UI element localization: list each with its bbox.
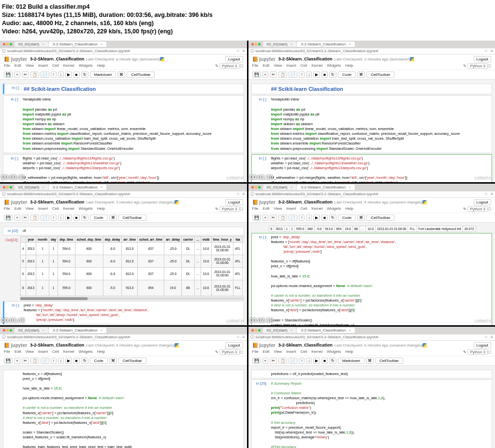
frame-5: 03_02(start)× 3-2-Sklearn_Classification… — [0, 327, 247, 448]
move-up-button[interactable]: ↑ — [51, 72, 57, 78]
frame-6: 03_02(start)× 3-2-Sklearn_Classification… — [248, 327, 495, 448]
run-button[interactable]: ▶ — [65, 72, 72, 78]
stop-button[interactable]: ■ — [73, 72, 80, 78]
code-cell-report[interactable]: In [25]:# Summary Report # Confusion Mat… — [251, 379, 493, 448]
restart-button[interactable]: ↻ — [81, 72, 88, 78]
logout-button[interactable]: Logout — [225, 56, 243, 62]
linkedin-watermark: Linked in — [226, 175, 244, 180]
code-cell-predict[interactable]: predictions = clf_lr.predict(scaled_feat… — [251, 370, 493, 378]
timestamp: 00:00:40 — [1, 174, 25, 181]
video-line: Video: h264, yuv420p, 1280x720, 229 kb/s… — [2, 28, 493, 36]
size-line: Size: 11688174 bytes (11,15 MiB), durati… — [2, 11, 493, 19]
command-palette-button[interactable]: ⌘ — [117, 72, 125, 78]
menu-bar[interactable]: FileEditViewInsertCellKernelWidgetsHelp … — [0, 62, 247, 70]
jupyter-logo: 📙 jupyter — [4, 57, 27, 62]
file-line: File: 012 Build a classifier.mp4 — [2, 3, 493, 11]
save-button[interactable]: 💾 — [4, 72, 13, 78]
code-cell-imports[interactable]: In [ ]:%matplotlib inline import pandas … — [3, 95, 244, 153]
code-cell-read[interactable]: In [ ]:flights = pd.read_csv('../../data… — [251, 154, 493, 182]
horizontal-scrollbar[interactable] — [20, 297, 244, 300]
frame-4: 03_02(start)× 3-2-Sklearn_Classification… — [248, 184, 495, 325]
markdown-cell[interactable]: In [ ]:## Scikit-learn Classification — [3, 84, 244, 95]
cut-button[interactable]: ✂ — [22, 72, 29, 78]
code-cell-df[interactable]: In [22]:df — [3, 227, 244, 235]
url-bar[interactable]: ⓘlocalhost:8888/notebooks/03_02/start/3-… — [0, 48, 247, 55]
markdown-cell[interactable]: ## Scikit-learn Classification — [251, 84, 493, 95]
notebook-title[interactable]: 3-2-Sklearn_Classification — [30, 57, 84, 61]
frame-1: 03_02(start)× 3-2-Sklearn_Classification… — [0, 41, 247, 182]
code-cell-imports[interactable]: In [ ]:%matplotlib inline import pandas … — [251, 95, 493, 153]
add-cell-button[interactable]: + — [14, 72, 20, 78]
code-cell-pred[interactable]: In [ ]:pred = 'dep_delay' features = ['m… — [3, 301, 244, 325]
info-icon: ⓘ — [2, 48, 6, 54]
kernel-busy-icon — [240, 64, 243, 68]
celltoolbar-select[interactable]: CellToolbar — [127, 72, 155, 78]
code-cell-read[interactable]: In [ ]:flights = pd.read_csv('../../data… — [3, 154, 244, 182]
dataframe-output: yearmonthdaydep_timesched_dep_timedep_de… — [20, 236, 244, 296]
python-logo-icon — [160, 57, 164, 61]
star-icon[interactable]: ☆ — [236, 49, 240, 53]
move-down-button[interactable]: ↓ — [58, 72, 64, 78]
toolbar: 💾 + ✂ 📋 📄 ↑ ↓ ▶ ■ ↻ Markdown ⌘ CellToolb… — [0, 70, 247, 80]
copy-button[interactable]: 📋 — [30, 72, 39, 78]
audio-line: Audio: aac, 48000 Hz, 2 channels, s16, 1… — [2, 19, 493, 28]
tab-notebook[interactable]: 3-2-Sklearn_Classification× — [49, 42, 107, 47]
code-cell-pred-scale[interactable]: In [ ]:pred = 'dep_delay' features = ['m… — [251, 233, 493, 325]
media-info-header: File: 012 Build a classifier.mp4 Size: 1… — [0, 0, 495, 41]
checkpoint-status: Last Checkpoint: a minute ago (autosaved… — [86, 57, 160, 61]
dataframe-row: 8201311555.0600-5.0913.085419.0B6...10.0… — [269, 226, 476, 232]
tab-home[interactable]: 03_02(start)× — [15, 42, 48, 47]
browser-tabs: 03_02(start)× 3-2-Sklearn_Classification… — [0, 41, 247, 48]
frame-2: 03_02(start)× 3-2-Sklearn_Classification… — [248, 41, 495, 182]
celltype-select[interactable]: Markdown — [90, 72, 116, 78]
thumbnail-grid: 03_02(start)× 3-2-Sklearn_Classification… — [0, 41, 495, 448]
frame-3: 03_02(start)× 3-2-Sklearn_Classification… — [0, 184, 247, 325]
paste-button[interactable]: 📄 — [41, 72, 49, 78]
kernel-indicator: Python 3 — [219, 63, 240, 69]
code-cell-scale[interactable]: features_v = df[features] pred_v = df[pr… — [3, 370, 244, 448]
